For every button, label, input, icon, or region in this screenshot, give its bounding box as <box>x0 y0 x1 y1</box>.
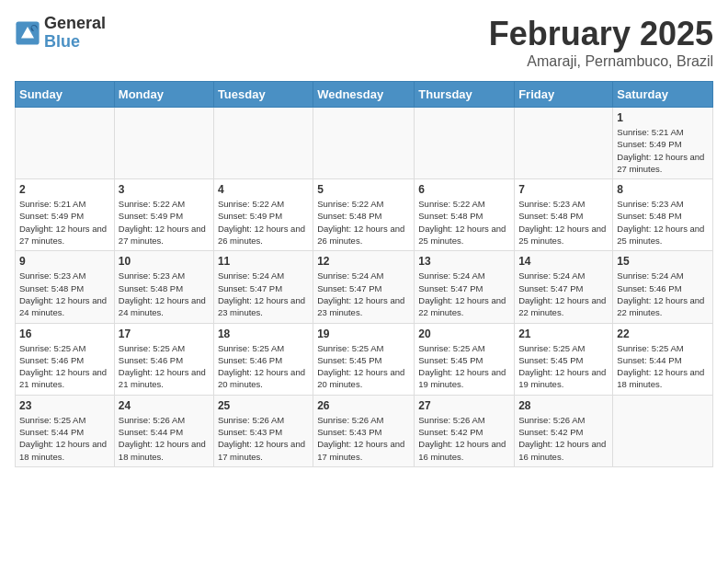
calendar-cell: 11Sunrise: 5:24 AM Sunset: 5:47 PM Dayli… <box>213 251 313 323</box>
header: General Blue February 2025 Amaraji, Pern… <box>15 15 713 70</box>
weekday-header: Wednesday <box>313 82 415 108</box>
logo-line1: General <box>44 15 106 33</box>
calendar-cell: 14Sunrise: 5:24 AM Sunset: 5:47 PM Dayli… <box>515 251 613 323</box>
day-info: Sunrise: 5:24 AM Sunset: 5:47 PM Dayligh… <box>518 270 609 318</box>
calendar-cell: 26Sunrise: 5:26 AM Sunset: 5:43 PM Dayli… <box>313 395 415 466</box>
calendar-cell: 15Sunrise: 5:24 AM Sunset: 5:46 PM Dayli… <box>613 251 713 323</box>
calendar-cell: 17Sunrise: 5:25 AM Sunset: 5:46 PM Dayli… <box>114 323 213 395</box>
calendar-cell: 8Sunrise: 5:23 AM Sunset: 5:48 PM Daylig… <box>613 179 713 251</box>
calendar-week-row: 9Sunrise: 5:23 AM Sunset: 5:48 PM Daylig… <box>16 251 713 323</box>
calendar-cell: 6Sunrise: 5:22 AM Sunset: 5:48 PM Daylig… <box>415 179 515 251</box>
day-info: Sunrise: 5:25 AM Sunset: 5:44 PM Dayligh… <box>617 342 709 391</box>
day-info: Sunrise: 5:26 AM Sunset: 5:42 PM Dayligh… <box>518 414 609 463</box>
calendar-cell: 12Sunrise: 5:24 AM Sunset: 5:47 PM Dayli… <box>313 251 415 323</box>
calendar-cell <box>213 108 313 179</box>
weekday-header: Friday <box>515 82 613 108</box>
weekday-header: Saturday <box>613 82 713 108</box>
calendar-cell: 1Sunrise: 5:21 AM Sunset: 5:49 PM Daylig… <box>613 108 713 179</box>
day-info: Sunrise: 5:22 AM Sunset: 5:48 PM Dayligh… <box>418 198 510 247</box>
calendar-cell: 4Sunrise: 5:22 AM Sunset: 5:49 PM Daylig… <box>213 179 313 251</box>
day-info: Sunrise: 5:25 AM Sunset: 5:45 PM Dayligh… <box>317 342 410 391</box>
day-info: Sunrise: 5:21 AM Sunset: 5:49 PM Dayligh… <box>617 126 709 175</box>
day-number: 9 <box>19 255 110 268</box>
day-number: 4 <box>218 183 309 196</box>
weekday-header: Monday <box>114 82 213 108</box>
calendar-cell: 10Sunrise: 5:23 AM Sunset: 5:48 PM Dayli… <box>114 251 213 323</box>
day-number: 23 <box>19 399 110 412</box>
day-info: Sunrise: 5:25 AM Sunset: 5:46 PM Dayligh… <box>119 342 210 391</box>
calendar-cell: 19Sunrise: 5:25 AM Sunset: 5:45 PM Dayli… <box>313 323 415 395</box>
day-number: 12 <box>317 255 410 268</box>
day-info: Sunrise: 5:23 AM Sunset: 5:48 PM Dayligh… <box>19 270 110 318</box>
day-info: Sunrise: 5:22 AM Sunset: 5:49 PM Dayligh… <box>119 198 210 247</box>
calendar-cell: 23Sunrise: 5:25 AM Sunset: 5:44 PM Dayli… <box>16 395 115 466</box>
calendar-cell: 13Sunrise: 5:24 AM Sunset: 5:47 PM Dayli… <box>415 251 515 323</box>
day-info: Sunrise: 5:23 AM Sunset: 5:48 PM Dayligh… <box>119 270 210 318</box>
day-info: Sunrise: 5:23 AM Sunset: 5:48 PM Dayligh… <box>617 198 709 247</box>
logo: General Blue <box>15 15 106 52</box>
day-number: 7 <box>518 183 609 196</box>
calendar-week-row: 1Sunrise: 5:21 AM Sunset: 5:49 PM Daylig… <box>16 108 713 179</box>
day-number: 11 <box>218 255 309 268</box>
title-block: February 2025 Amaraji, Pernambuco, Brazi… <box>489 15 713 70</box>
day-number: 22 <box>617 327 709 340</box>
day-info: Sunrise: 5:22 AM Sunset: 5:48 PM Dayligh… <box>317 198 410 247</box>
calendar-header-row: SundayMondayTuesdayWednesdayThursdayFrid… <box>16 82 713 108</box>
calendar-cell: 5Sunrise: 5:22 AM Sunset: 5:48 PM Daylig… <box>313 179 415 251</box>
weekday-header: Thursday <box>415 82 515 108</box>
calendar-cell: 9Sunrise: 5:23 AM Sunset: 5:48 PM Daylig… <box>16 251 115 323</box>
day-number: 2 <box>19 183 110 196</box>
calendar-week-row: 16Sunrise: 5:25 AM Sunset: 5:46 PM Dayli… <box>16 323 713 395</box>
day-info: Sunrise: 5:24 AM Sunset: 5:46 PM Dayligh… <box>617 270 709 318</box>
day-info: Sunrise: 5:23 AM Sunset: 5:48 PM Dayligh… <box>518 198 609 247</box>
day-info: Sunrise: 5:21 AM Sunset: 5:49 PM Dayligh… <box>19 198 110 247</box>
day-info: Sunrise: 5:25 AM Sunset: 5:45 PM Dayligh… <box>418 342 510 391</box>
logo-icon <box>15 20 40 46</box>
day-number: 6 <box>418 183 510 196</box>
day-info: Sunrise: 5:26 AM Sunset: 5:43 PM Dayligh… <box>317 414 410 463</box>
calendar-cell: 2Sunrise: 5:21 AM Sunset: 5:49 PM Daylig… <box>16 179 115 251</box>
day-number: 8 <box>617 183 709 196</box>
calendar-cell: 21Sunrise: 5:25 AM Sunset: 5:45 PM Dayli… <box>515 323 613 395</box>
calendar-cell <box>415 108 515 179</box>
calendar-cell: 24Sunrise: 5:26 AM Sunset: 5:44 PM Dayli… <box>114 395 213 466</box>
day-info: Sunrise: 5:25 AM Sunset: 5:46 PM Dayligh… <box>19 342 110 391</box>
calendar-cell: 3Sunrise: 5:22 AM Sunset: 5:49 PM Daylig… <box>114 179 213 251</box>
day-info: Sunrise: 5:25 AM Sunset: 5:44 PM Dayligh… <box>19 414 110 463</box>
day-number: 13 <box>418 255 510 268</box>
calendar-cell: 7Sunrise: 5:23 AM Sunset: 5:48 PM Daylig… <box>515 179 613 251</box>
day-number: 16 <box>19 327 110 340</box>
calendar-cell: 28Sunrise: 5:26 AM Sunset: 5:42 PM Dayli… <box>515 395 613 466</box>
day-number: 25 <box>218 399 309 412</box>
calendar-cell: 20Sunrise: 5:25 AM Sunset: 5:45 PM Dayli… <box>415 323 515 395</box>
day-number: 20 <box>418 327 510 340</box>
day-number: 10 <box>119 255 210 268</box>
calendar-cell <box>613 395 713 466</box>
day-info: Sunrise: 5:26 AM Sunset: 5:43 PM Dayligh… <box>218 414 309 463</box>
calendar-subtitle: Amaraji, Pernambuco, Brazil <box>489 53 713 70</box>
calendar-body: 1Sunrise: 5:21 AM Sunset: 5:49 PM Daylig… <box>16 108 713 467</box>
day-info: Sunrise: 5:24 AM Sunset: 5:47 PM Dayligh… <box>218 270 309 318</box>
day-info: Sunrise: 5:25 AM Sunset: 5:46 PM Dayligh… <box>218 342 309 391</box>
day-number: 24 <box>119 399 210 412</box>
day-number: 21 <box>518 327 609 340</box>
calendar-cell <box>114 108 213 179</box>
calendar-cell: 25Sunrise: 5:26 AM Sunset: 5:43 PM Dayli… <box>213 395 313 466</box>
day-info: Sunrise: 5:24 AM Sunset: 5:47 PM Dayligh… <box>317 270 410 318</box>
calendar-cell: 16Sunrise: 5:25 AM Sunset: 5:46 PM Dayli… <box>16 323 115 395</box>
day-info: Sunrise: 5:25 AM Sunset: 5:45 PM Dayligh… <box>518 342 609 391</box>
day-number: 3 <box>119 183 210 196</box>
day-number: 5 <box>317 183 410 196</box>
calendar-cell <box>515 108 613 179</box>
calendar-title: February 2025 <box>489 15 713 53</box>
calendar-table: SundayMondayTuesdayWednesdayThursdayFrid… <box>15 81 713 467</box>
day-info: Sunrise: 5:24 AM Sunset: 5:47 PM Dayligh… <box>418 270 510 318</box>
day-number: 27 <box>418 399 510 412</box>
weekday-header: Tuesday <box>213 82 313 108</box>
day-number: 18 <box>218 327 309 340</box>
day-number: 28 <box>518 399 609 412</box>
day-number: 19 <box>317 327 410 340</box>
logo-line2: Blue <box>44 33 106 52</box>
day-number: 15 <box>617 255 709 268</box>
day-number: 26 <box>317 399 410 412</box>
